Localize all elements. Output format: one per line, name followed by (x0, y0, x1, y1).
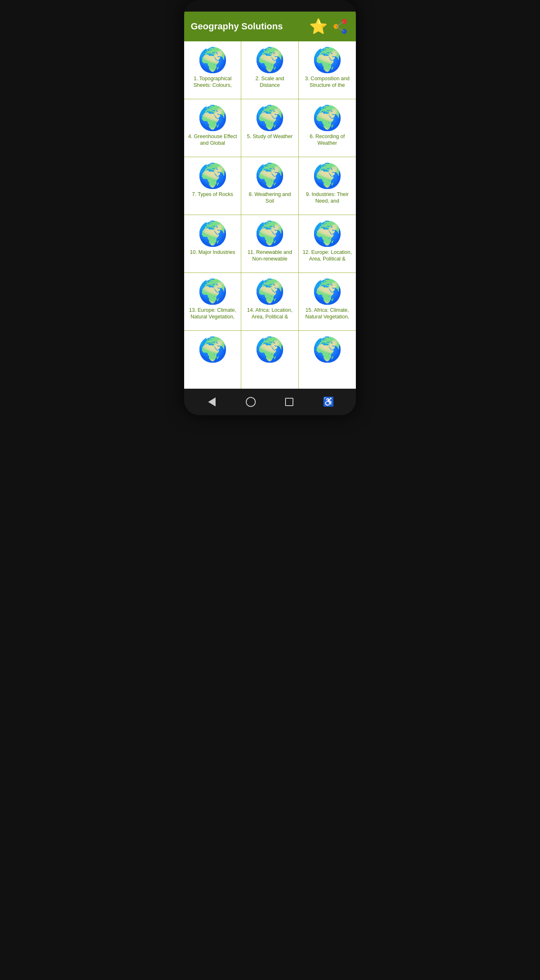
list-item[interactable]: 🌍 5. Study of Weather (241, 99, 298, 157)
item-label: 15. Africa: Climate, Natural Vegetation, (302, 307, 353, 320)
list-item[interactable]: 🌍 (184, 331, 241, 389)
item-label: 12. Europe: Location, Area, Political & (302, 249, 353, 263)
status-bar (184, 0, 356, 12)
globe-icon: 🌍 (312, 164, 342, 188)
nav-bar: ♿ (184, 389, 356, 415)
globe-icon: 🌍 (312, 280, 342, 304)
item-label: 10. Major Industries (190, 249, 235, 256)
globe-icon: 🌍 (198, 164, 228, 188)
list-item[interactable]: 🌍 1. Topographical Sheets: Colours, (184, 41, 241, 99)
list-item[interactable]: 🌍 7. Types of Rocks (184, 157, 241, 215)
globe-icon: 🌍 (312, 106, 342, 130)
globe-icon: 🌍 (198, 48, 228, 72)
item-label: 8. Weathering and Soil (245, 191, 295, 205)
globe-icon: 🌍 (312, 48, 342, 72)
list-item[interactable]: 🌍 (241, 331, 298, 389)
share-icon (331, 17, 349, 36)
list-item[interactable]: 🌍 (299, 331, 356, 389)
list-item[interactable]: 🌍 8. Weathering and Soil (241, 157, 298, 215)
content-area: 🌍 1. Topographical Sheets: Colours, 🌍 2.… (184, 41, 356, 389)
item-label: 4. Greenhouse Effect and Global (187, 133, 238, 147)
list-item[interactable]: 🌍 6. Recording of Weather (299, 99, 356, 157)
item-label: 14. Africa: Location, Area, Political & (245, 307, 295, 320)
recents-button[interactable] (280, 393, 298, 411)
header-icons: ⭐ (309, 17, 349, 36)
globe-icon: 🌍 (255, 48, 285, 72)
item-label: 3. Composition and Structure of the (302, 75, 353, 89)
home-button[interactable] (242, 393, 260, 411)
list-item[interactable]: 🌍 4. Greenhouse Effect and Global (184, 99, 241, 157)
list-item[interactable]: 🌍 14. Africa: Location, Area, Political … (241, 273, 298, 331)
svg-line-4 (336, 26, 344, 31)
globe-icon: 🌍 (255, 337, 285, 361)
accessibility-button[interactable]: ♿ (319, 393, 337, 411)
list-item[interactable]: 🌍 11. Renewable and Non-renewable (241, 215, 298, 273)
accessibility-icon: ♿ (323, 397, 334, 407)
back-button[interactable] (203, 393, 221, 411)
item-label: 2. Scale and Distance (245, 75, 295, 89)
recents-icon (285, 398, 293, 406)
item-label: 11. Renewable and Non-renewable (245, 249, 295, 263)
item-label: 5. Study of Weather (247, 133, 293, 140)
list-item[interactable]: 🌍 13. Europe: Climate, Natural Vegetatio… (184, 273, 241, 331)
list-item[interactable]: 🌍 15. Africa: Climate, Natural Vegetatio… (299, 273, 356, 331)
home-icon (246, 397, 256, 407)
globe-icon: 🌍 (255, 164, 285, 188)
item-label: 13. Europe: Climate, Natural Vegetation, (187, 307, 238, 320)
app-header: Geography Solutions ⭐ (184, 12, 356, 41)
back-icon (208, 397, 216, 406)
item-label: 7. Types of Rocks (192, 191, 233, 198)
globe-icon: 🌍 (255, 222, 285, 246)
star-icon: ⭐ (309, 19, 328, 34)
item-label: 9. Industries: Their Need, and (302, 191, 353, 205)
item-label: 6. Recording of Weather (302, 133, 353, 147)
notch (241, 2, 299, 10)
globe-icon: 🌍 (255, 280, 285, 304)
phone-frame: Geography Solutions ⭐ 🌍 1. Topographical… (184, 0, 356, 415)
globe-icon: 🌍 (255, 106, 285, 130)
item-label: 1. Topographical Sheets: Colours, (187, 75, 238, 89)
list-item[interactable]: 🌍 3. Composition and Structure of the (299, 41, 356, 99)
list-item[interactable]: 🌍 12. Europe: Location, Area, Political … (299, 215, 356, 273)
globe-icon: 🌍 (198, 280, 228, 304)
globe-icon: 🌍 (312, 337, 342, 361)
svg-line-3 (336, 22, 344, 26)
list-item[interactable]: 🌍 9. Industries: Their Need, and (299, 157, 356, 215)
globe-icon: 🌍 (198, 337, 228, 361)
items-grid: 🌍 1. Topographical Sheets: Colours, 🌍 2.… (184, 41, 356, 389)
globe-icon: 🌍 (198, 222, 228, 246)
app-title: Geography Solutions (191, 21, 283, 32)
list-item[interactable]: 🌍 2. Scale and Distance (241, 41, 298, 99)
globe-icon: 🌍 (312, 222, 342, 246)
globe-icon: 🌍 (198, 106, 228, 130)
list-item[interactable]: 🌍 10. Major Industries (184, 215, 241, 273)
